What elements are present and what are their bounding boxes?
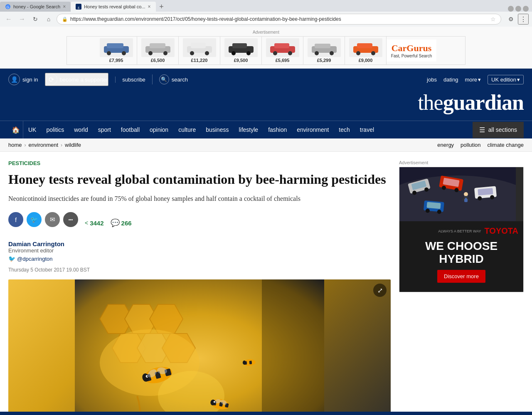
shares-count: < 3442: [85, 220, 104, 227]
svg-point-26: [315, 51, 319, 55]
tab-1-close[interactable]: ×: [63, 4, 66, 10]
sidebar-advertisement[interactable]: ALWAYS A BETTER WAY TOYOTA WE CHOOSE HYB…: [399, 167, 524, 292]
nav-tech[interactable]: tech: [334, 122, 355, 137]
new-tab-button[interactable]: +: [156, 2, 167, 12]
article-image-wrap: ⤢ ℹ Contamination rates were highest in …: [8, 279, 391, 415]
ad-car-4[interactable]: £9,500: [220, 37, 262, 64]
browser-tab-2[interactable]: g Honey tests reveal global co... ×: [71, 2, 155, 12]
ad-car-1[interactable]: £7,995: [96, 37, 137, 64]
become-supporter-button[interactable]: ⟳ become a supporter: [45, 73, 109, 86]
svg-rect-70: [262, 279, 324, 415]
become-supporter-label: become a supporter: [60, 77, 108, 83]
email-share-button[interactable]: ✉: [45, 212, 60, 227]
expand-icon: ⤢: [377, 287, 383, 294]
advertisement-banner: Advertisement £7,995 £6,500 £11,220 £9,5…: [0, 27, 532, 69]
toyota-cta-button[interactable]: Discover more: [437, 270, 485, 283]
ad-car-2[interactable]: £6,500: [137, 37, 179, 64]
bookmark-star-icon[interactable]: ☆: [490, 16, 496, 22]
dating-link[interactable]: dating: [443, 77, 458, 83]
hamburger-icon: ☰: [479, 126, 485, 134]
home-button[interactable]: ⌂: [43, 14, 54, 25]
comments-count[interactable]: 💬 266: [111, 218, 132, 227]
forward-button[interactable]: →: [17, 14, 27, 25]
sign-in-button[interactable]: 👤 sign in: [8, 74, 38, 85]
breadcrumb-sep-2: ›: [61, 142, 62, 148]
svg-rect-29: [357, 43, 372, 48]
nav-home-button[interactable]: 🏠: [8, 121, 23, 138]
nav-politics[interactable]: politics: [41, 122, 69, 137]
breadcrumb-energy[interactable]: energy: [437, 142, 454, 148]
security-lock-icon: 🔒: [62, 17, 68, 22]
nav-lifestyle[interactable]: lifestyle: [234, 122, 263, 137]
twitter-share-button[interactable]: 🐦: [27, 212, 42, 227]
nav-sport[interactable]: sport: [93, 122, 116, 137]
nav-business[interactable]: business: [201, 122, 234, 137]
uk-edition-dropdown[interactable]: UK edition ▾: [488, 75, 524, 84]
more-dropdown[interactable]: more ▾: [465, 77, 481, 83]
ad-car-5-price: £5,695: [276, 58, 290, 63]
address-bar[interactable]: 🔒 https://www.theguardian.com/environmen…: [57, 14, 501, 25]
nav-world[interactable]: world: [69, 122, 93, 137]
article-section-label[interactable]: Pesticides: [8, 160, 391, 166]
breadcrumb-wildlife[interactable]: wildlife: [65, 142, 81, 148]
jobs-link[interactable]: jobs: [427, 77, 437, 83]
search-label: search: [172, 77, 188, 83]
breadcrumb-environment[interactable]: environment: [29, 142, 59, 148]
back-button[interactable]: ←: [3, 14, 14, 25]
window-minimize[interactable]: [508, 6, 514, 12]
author-twitter[interactable]: 🐦 @dpcarrington: [8, 255, 391, 262]
sign-in-label: sign in: [22, 77, 38, 83]
svg-rect-64: [247, 361, 250, 364]
browser-tab-1[interactable]: G honey - Google Search ×: [0, 2, 71, 12]
browser-menu-button[interactable]: ⋮: [518, 14, 529, 25]
cargurus-logo: CarGurus: [392, 43, 432, 54]
author-name[interactable]: Damian Carrington: [8, 240, 391, 247]
more-share-button[interactable]: •••: [63, 212, 78, 227]
nav-opinion[interactable]: opinion: [145, 122, 173, 137]
guardian-logo-text: theguardian: [418, 91, 524, 114]
search-button[interactable]: 🔍 search: [152, 74, 188, 84]
nav-environment[interactable]: environment: [292, 122, 334, 137]
ad-car-5[interactable]: £5,695: [262, 37, 303, 64]
nav-fashion[interactable]: fashion: [263, 122, 292, 137]
svg-point-6: [107, 51, 111, 55]
nav-culture[interactable]: culture: [173, 122, 201, 137]
svg-rect-17: [232, 43, 247, 48]
ad-car-3-image: [183, 38, 216, 57]
nav-uk[interactable]: UK: [23, 122, 41, 137]
guardian-header: 👤 sign in ⟳ become a supporter subscribe…: [0, 69, 532, 121]
ad-car-6[interactable]: £5,299: [303, 37, 345, 64]
nav-football[interactable]: football: [116, 122, 145, 137]
reload-button[interactable]: ↻: [30, 14, 41, 25]
extension-area: ⚙ ⋮: [505, 14, 529, 25]
nav-links: UK politics world sport football opinion…: [23, 122, 473, 137]
window-close[interactable]: [523, 6, 529, 12]
ad-car-4-price: £9,500: [234, 58, 248, 63]
all-sections-button[interactable]: ☰ all sections: [473, 122, 524, 138]
svg-rect-86: [426, 202, 441, 209]
cargurus-ad-brand[interactable]: CarGurus Fast, Powerful Search: [387, 40, 436, 62]
ad-car-7[interactable]: £9,000: [345, 37, 387, 64]
article-main: Pesticides Honey tests reveal global con…: [8, 160, 391, 415]
facebook-share-button[interactable]: f: [8, 212, 23, 227]
tab-2-label: Honey tests reveal global co...: [84, 4, 145, 9]
more-chevron-icon: ▾: [478, 77, 481, 83]
header-left-actions: 👤 sign in ⟳ become a supporter subscribe…: [8, 73, 188, 86]
breadcrumb-pollution[interactable]: pollution: [461, 142, 480, 148]
sidebar-ad-label: Advertisement: [399, 160, 524, 165]
guardian-logo[interactable]: theguardian: [8, 86, 524, 121]
window-maximize[interactable]: [515, 6, 521, 12]
ad-car-7-price: £9,000: [359, 58, 373, 63]
breadcrumb-home[interactable]: home: [8, 142, 22, 148]
article-hero-image: [8, 279, 391, 415]
breadcrumb-climate-change[interactable]: climate change: [488, 142, 524, 148]
svg-point-11: [163, 51, 167, 55]
extension-button[interactable]: ⚙: [505, 14, 516, 25]
subscribe-link[interactable]: subscribe: [115, 77, 145, 83]
ad-car-3[interactable]: £11,220: [179, 37, 220, 64]
nav-travel[interactable]: travel: [355, 122, 379, 137]
tab-2-close[interactable]: ×: [148, 4, 151, 10]
user-icon: 👤: [8, 74, 20, 85]
ad-car-3-price: £11,220: [191, 58, 208, 63]
article-date: Thursday 5 October 2017 19.00 BST: [8, 267, 391, 273]
